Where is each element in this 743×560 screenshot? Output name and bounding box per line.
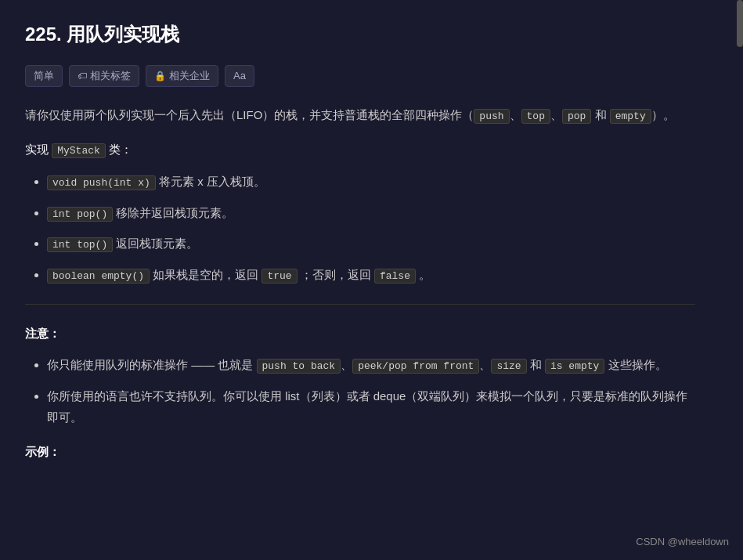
notice-list: 你只能使用队列的标准操作 —— 也就是 push to back、peek/po… xyxy=(25,354,695,427)
method-pop-code: int pop() xyxy=(47,207,113,222)
op-size: size xyxy=(491,359,526,374)
scrollbar-thumb[interactable] xyxy=(737,0,743,47)
op-is-empty: is empty xyxy=(545,359,604,374)
val-false: false xyxy=(374,269,416,284)
description-line1: 请你仅使用两个队列实现一个后入先出（LIFO）的栈，并支持普通栈的全部四种操作（… xyxy=(25,104,695,125)
tag-easy-label: 简单 xyxy=(34,67,54,85)
method-push-code: void push(int x) xyxy=(47,175,156,190)
method-top-desc: 返回栈顶元素。 xyxy=(116,237,198,250)
notice-label: 注意： xyxy=(25,323,695,344)
tag-font[interactable]: Aa xyxy=(225,65,254,87)
tag-related-tags-label: 相关标签 xyxy=(90,67,131,85)
class-name: MyStack xyxy=(52,143,106,158)
list-item: int pop() 移除并返回栈顶元素。 xyxy=(47,202,695,223)
op-push-to-back: push to back xyxy=(257,359,341,374)
method-empty-desc-mid: ；否则，返回 xyxy=(298,268,374,281)
list-item: 你所使用的语言也许不支持队列。你可以使用 list（列表）或者 deque（双端… xyxy=(47,385,695,428)
method-pop-desc: 移除并返回栈顶元素。 xyxy=(116,206,233,219)
tag-related-companies[interactable]: 🔒 相关企业 xyxy=(146,65,218,87)
op-peek-pop-from-front: peek/pop from front xyxy=(352,359,479,374)
method-empty-desc-before: 如果栈是空的，返回 xyxy=(153,268,261,281)
main-container: 225. 用队列实现栈 简单 🏷 相关标签 🔒 相关企业 Aa 请你仅使用两个队… xyxy=(0,0,720,486)
tag-related-companies-label: 相关企业 xyxy=(169,67,210,85)
method-empty-desc-after: 。 xyxy=(416,268,431,281)
tag-font-label: Aa xyxy=(233,67,246,85)
page-title: 225. 用队列实现栈 xyxy=(25,19,695,51)
watermark: CSDN @wheeldown xyxy=(636,533,729,551)
val-true: true xyxy=(261,269,297,284)
op-top: top xyxy=(521,109,550,124)
tag-related-tags[interactable]: 🏷 相关标签 xyxy=(69,65,139,87)
list-item: void push(int x) 将元素 x 压入栈顶。 xyxy=(47,171,695,192)
list-item: 你只能使用队列的标准操作 —— 也就是 push to back、peek/po… xyxy=(47,354,695,375)
methods-list: void push(int x) 将元素 x 压入栈顶。 int pop() 移… xyxy=(25,171,695,285)
method-push-desc: 将元素 x 压入栈顶。 xyxy=(159,175,265,188)
tags-row: 简单 🏷 相关标签 🔒 相关企业 Aa xyxy=(25,65,695,87)
scrollbar-track[interactable] xyxy=(737,0,743,560)
tag-easy[interactable]: 简单 xyxy=(25,65,63,87)
method-top-code: int top() xyxy=(47,237,113,252)
op-pop: pop xyxy=(562,109,591,124)
implement-label: 实现 MyStack 类： xyxy=(25,139,695,160)
divider xyxy=(25,304,695,305)
list-item: boolean empty() 如果栈是空的，返回 true ；否则，返回 fa… xyxy=(47,264,695,285)
op-push: push xyxy=(474,109,509,124)
op-empty: empty xyxy=(610,109,651,124)
lock-icon: 🔒 xyxy=(154,68,166,84)
example-label: 示例： xyxy=(25,442,695,462)
list-item: int top() 返回栈顶元素。 xyxy=(47,233,695,254)
method-empty-code: boolean empty() xyxy=(47,269,150,284)
tag-icon: 🏷 xyxy=(78,68,87,84)
